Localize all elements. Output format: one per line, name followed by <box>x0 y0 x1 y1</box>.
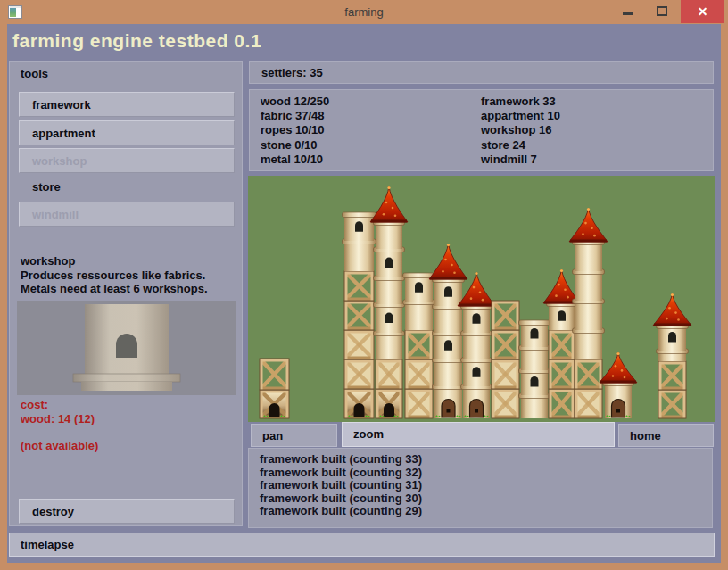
resources-panel: wood 12/250 fabric 37/48 ropes 10/10 sto… <box>249 89 714 171</box>
building-count-list: framework 33 appartment 10 workshop 16 s… <box>481 95 560 167</box>
app-window: farming ✕ farming engine testbed 0.1 too… <box>0 0 728 570</box>
tool-button-workshop[interactable]: workshop <box>19 148 235 173</box>
resource-item: fabric 37/48 <box>261 109 329 123</box>
home-button[interactable]: home <box>618 424 714 447</box>
window-content: farming engine testbed 0.1 tools framewo… <box>7 24 721 563</box>
zoom-button[interactable]: zoom <box>342 422 615 447</box>
timelapse-button[interactable]: timelapse <box>9 533 715 557</box>
tool-description: workshop Produces ressources like fabric… <box>21 254 238 296</box>
close-button[interactable]: ✕ <box>681 0 724 23</box>
cost-info: cost: wood: 14 (12) (not available) <box>21 398 98 453</box>
game-viewport[interactable] <box>248 176 715 422</box>
building-preview-image <box>17 301 236 395</box>
building-count-item: windmill 7 <box>481 153 560 167</box>
build-log-panel: framework built (counting 33) framework … <box>248 448 713 528</box>
cost-label: cost: <box>21 398 98 412</box>
maximize-button[interactable] <box>648 0 678 23</box>
maximize-icon <box>657 6 667 16</box>
tool-button-framework[interactable]: framework <box>19 92 235 117</box>
tool-button-windmill[interactable]: windmill <box>19 202 235 227</box>
resource-item: ropes 10/10 <box>261 123 329 137</box>
tool-button-appartment[interactable]: appartment <box>19 120 235 145</box>
log-line: framework built (counting 33) <box>260 453 422 467</box>
tool-description-line: Metals need at least 6 workshops. <box>21 282 238 296</box>
resource-item: wood 12/250 <box>261 95 329 109</box>
tools-sidebar: tools framework appartment workshop stor… <box>9 61 243 526</box>
tool-description-title: workshop <box>21 254 238 268</box>
cost-availability: (not available) <box>21 439 98 453</box>
minimize-icon <box>623 12 633 15</box>
resource-item: metal 10/10 <box>261 153 329 167</box>
minimize-button[interactable] <box>614 0 644 23</box>
log-line: framework built (counting 29) <box>260 505 422 518</box>
tools-label: tools <box>21 67 48 80</box>
log-line: framework built (counting 32) <box>260 467 422 480</box>
destroy-button[interactable]: destroy <box>19 499 235 524</box>
pan-button[interactable]: pan <box>251 424 337 447</box>
settlers-status: settlers: 35 <box>249 61 714 84</box>
tool-description-line: Produces ressources like fabrics. <box>21 268 238 283</box>
title-bar: farming ✕ <box>0 0 728 24</box>
page-title: farming engine testbed 0.1 <box>12 30 261 52</box>
resource-list: wood 12/250 fabric 37/48 ropes 10/10 sto… <box>261 95 329 167</box>
resource-item: stone 0/10 <box>261 138 329 153</box>
building-count-item: workshop 16 <box>481 123 560 137</box>
cost-wood: wood: 14 (12) <box>21 412 98 426</box>
building-count-item: appartment 10 <box>481 109 560 123</box>
building-count-item: framework 33 <box>481 95 560 109</box>
log-line: framework built (counting 31) <box>260 479 422 492</box>
tool-button-store[interactable]: store <box>19 174 235 199</box>
log-line: framework built (counting 30) <box>260 492 422 506</box>
building-count-item: store 24 <box>481 138 560 153</box>
